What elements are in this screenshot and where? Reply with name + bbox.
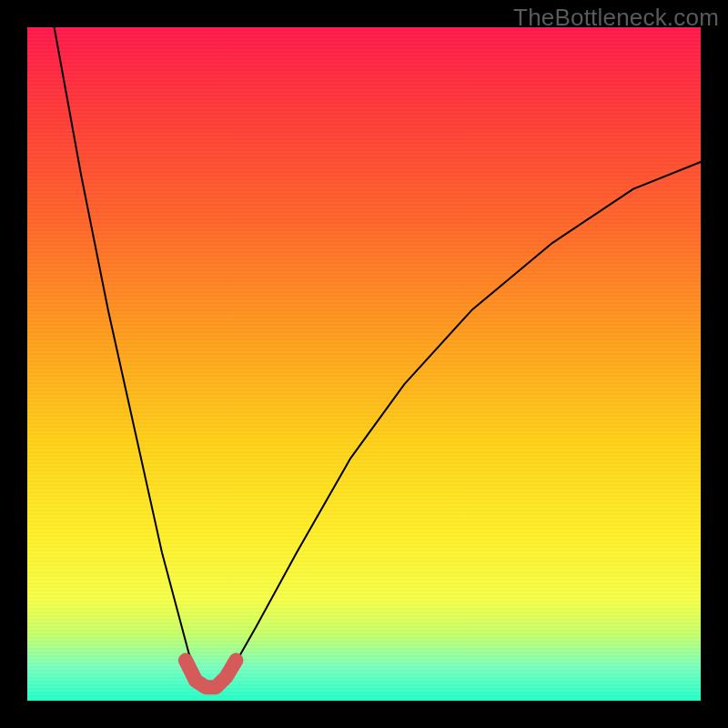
chart-frame: TheBottleneck.com (0, 0, 728, 728)
chart-svg (27, 27, 701, 701)
series-highlight-segment (186, 661, 237, 688)
watermark-text: TheBottleneck.com (513, 4, 719, 32)
series-main-curve (55, 27, 701, 687)
